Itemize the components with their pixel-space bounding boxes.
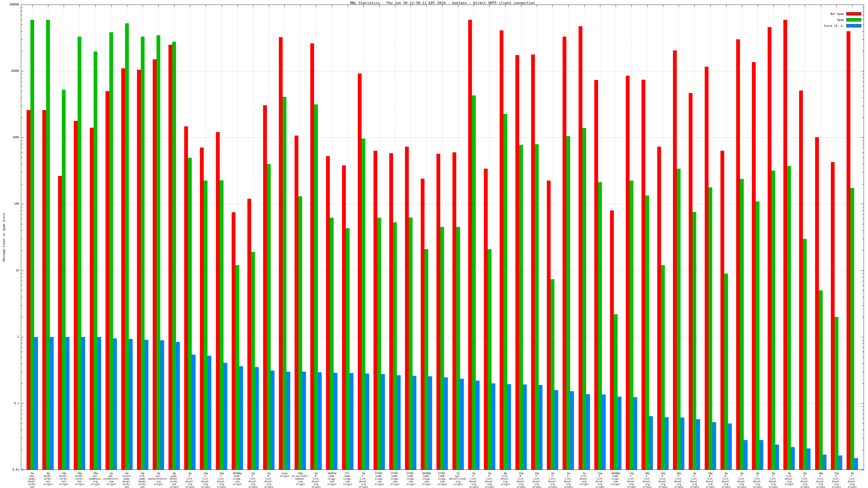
y-axis-label: Message Count or Spam Score (2, 213, 6, 262)
x-tick-label-line: origin (585, 486, 615, 488)
legend-entry: Spam (824, 17, 861, 23)
x-tick-label-line: net (18, 486, 47, 488)
x-tick-label-line: origin (207, 486, 237, 488)
legend: Not SpamSpamScore (0..1) (824, 11, 861, 29)
x-tick-label-line: 9@ (837, 472, 867, 475)
legend-swatch (846, 18, 861, 22)
x-tick-label-line: dnswl. (254, 480, 284, 483)
legend-entry: Score (0..1) (824, 23, 861, 29)
legend-swatch (846, 24, 861, 27)
y-tick-label: 100000 (2, 3, 19, 6)
legend-entry: Not Spam (824, 11, 861, 17)
y-tick-major-right (861, 470, 864, 470)
legend-label: Not Spam (831, 12, 844, 15)
x-tick-label-line: origin (553, 486, 583, 488)
x-tick-label-line: origin (837, 486, 867, 488)
x-tick-label-line: list. (254, 478, 284, 480)
x-tick-label-line: origin (475, 486, 504, 488)
y-tick-label: 10 (2, 269, 19, 272)
chart-title: RBL Statistics - Thu Jun 30 12:58:12 EDT… (21, 1, 864, 5)
legend-label: Score (0..1) (824, 24, 844, 27)
y-tick-label: 10000 (2, 69, 19, 73)
y-tick-label: 100 (2, 202, 19, 206)
legend-label: Spam (837, 19, 844, 22)
x-tick-label-line: org (254, 483, 284, 486)
x-tick-label-line: dnswl. (837, 480, 867, 483)
x-tick-label: 9@Y.list.dnswl.orgorigin (837, 472, 867, 488)
x-tick-label-line: origin (348, 486, 378, 488)
y-tick-major-left (21, 470, 24, 470)
x-tick-label-line: Y. (837, 475, 867, 478)
x-tick-label-line: origin (758, 486, 788, 488)
x-tick-label-line: list. (837, 478, 867, 480)
x-tick-label-line: origin (254, 486, 284, 488)
rbl-statistics-chart: RBL Statistics - Thu Jun 30 12:58:12 EDT… (0, 0, 868, 488)
y-tick-label: 0.01 (2, 468, 19, 472)
legend-swatch (846, 12, 861, 15)
x-tick-label-line: net (128, 486, 158, 488)
plot-border (21, 5, 864, 470)
x-tick-label-line: origin (301, 486, 331, 488)
x-tick-label-line: org (837, 483, 867, 486)
y-tick-label: 1 (2, 335, 19, 339)
y-tick-label: 1000 (2, 135, 19, 139)
y-tick-label: 0.1 (2, 401, 19, 405)
